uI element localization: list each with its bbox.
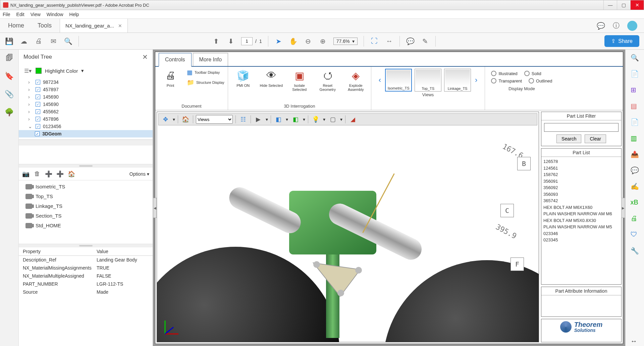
page-current-input[interactable]	[241, 37, 253, 45]
options-dropdown[interactable]: Options ▾	[129, 171, 149, 177]
add-icon[interactable]: ➕	[45, 170, 52, 178]
tree-item-selected[interactable]: ✓3DGeom	[19, 130, 153, 137]
menu-window[interactable]: Window	[47, 12, 63, 17]
sign-icon[interactable]: ✍	[631, 182, 639, 191]
part-item[interactable]: 023345	[543, 237, 619, 243]
export-icon[interactable]: 📤	[631, 150, 639, 159]
part-item[interactable]: 356092	[543, 184, 619, 191]
cloud-icon[interactable]: ☁	[19, 37, 28, 46]
part-item[interactable]: 365742	[543, 197, 619, 204]
camera-add-icon[interactable]: 📷	[22, 170, 30, 178]
dm-transparent[interactable]: Transparent	[491, 78, 522, 83]
panel-resize-grip[interactable]	[19, 164, 153, 168]
tab-controls[interactable]: Controls	[159, 53, 192, 67]
menu-edit[interactable]: Edit	[16, 12, 24, 17]
reset-button[interactable]: ⭯Reset Geometry	[316, 69, 339, 92]
comment-icon[interactable]: 💬	[406, 37, 415, 46]
help-icon[interactable]: ⓘ	[612, 21, 621, 30]
home-icon[interactable]: 🏠	[68, 170, 75, 178]
create-pdf-icon[interactable]: 📄	[631, 118, 639, 127]
dm-illustrated[interactable]: Illustrated	[491, 71, 517, 76]
fit-width-icon[interactable]: ⛶	[370, 37, 379, 46]
part-item[interactable]: HEX BOLT AM M5X0.8X30	[543, 217, 619, 224]
tab-moreinfo[interactable]: More Info	[193, 53, 228, 66]
panel-close-icon[interactable]: ✕	[142, 53, 148, 61]
part-item[interactable]: 356091	[543, 178, 619, 185]
fit-page-icon[interactable]: ↔	[385, 37, 393, 46]
search-icon[interactable]: 🔍	[64, 37, 72, 46]
notifications-icon[interactable]: 💬	[596, 21, 605, 30]
model-tree-list[interactable]: ›✓987234 ›✓457897 ›✓145690 ›✓145690 ›✓45…	[19, 77, 153, 164]
explode-button[interactable]: ◈Explode Assembly	[344, 69, 368, 92]
hand-icon[interactable]: ✋	[289, 37, 298, 46]
organize-icon[interactable]: ▥	[631, 134, 639, 143]
shade-mode-icon[interactable]: ◧	[291, 115, 300, 124]
thumbnails-icon[interactable]: 🗐	[5, 54, 14, 62]
delete-icon[interactable]: 🗑	[34, 170, 41, 178]
home-view-icon[interactable]: 🏠	[181, 115, 190, 124]
minimize-button[interactable]: —	[603, 0, 617, 10]
menu-help[interactable]: Help	[69, 12, 79, 17]
pmi-button[interactable]: 🧊PMI ON	[231, 69, 255, 88]
xls-icon[interactable]: xB	[631, 198, 639, 207]
print-button[interactable]: 🖨Print	[159, 69, 182, 88]
maximize-button[interactable]: ▢	[617, 0, 630, 10]
zoom-tool-icon[interactable]: 🔍	[631, 54, 639, 62]
combine-icon[interactable]: ⊞	[631, 86, 639, 95]
close-button[interactable]: ✕	[630, 0, 644, 10]
structure-display-button[interactable]: 📁Structure Display	[187, 79, 224, 86]
expand-icon[interactable]: ↔	[631, 337, 639, 346]
dm-outlined[interactable]: Outlined	[529, 78, 552, 83]
part-item[interactable]: HEX BOLT AM M6X1X60	[543, 204, 619, 211]
clear-button[interactable]: Clear	[585, 134, 606, 143]
mail-icon[interactable]: ✉	[49, 37, 58, 46]
view-thumb-top[interactable]: Top_TS	[415, 69, 441, 92]
pointer-icon[interactable]: ➤	[274, 37, 283, 46]
horizontal-scrollbar[interactable]	[19, 139, 153, 146]
part-item[interactable]: 356093	[543, 191, 619, 198]
light-icon[interactable]: 💡	[311, 115, 320, 124]
hide-button[interactable]: 👁Hide Selected	[260, 69, 283, 88]
views-dropdown[interactable]: Views	[196, 115, 233, 124]
tree-toggle-icon[interactable]: ☷	[238, 115, 248, 124]
play-icon[interactable]: ▶	[254, 115, 263, 124]
views-next-icon[interactable]: ›	[474, 76, 479, 84]
menu-file[interactable]: File	[3, 12, 10, 17]
bg-color-icon[interactable]: ▢	[328, 115, 337, 124]
part-item[interactable]: PLAIN WASHER NARROW AM M5	[543, 224, 619, 230]
views-list[interactable]: Isometric_TS Top_TS Linkage_TS Section_T…	[19, 180, 153, 244]
menu-view[interactable]: View	[31, 12, 41, 17]
search-button[interactable]: Search	[556, 134, 581, 143]
page-down-icon[interactable]: ⬇	[226, 37, 235, 46]
3d-viewport[interactable]: ✥▾ 🏠 Views ☷ ▶▾ ◧▾ ◧▾ 💡▾	[157, 112, 539, 342]
user-avatar[interactable]	[627, 21, 637, 31]
toolbar-display-button[interactable]: ▦Toolbar Display	[187, 69, 224, 76]
bookmark-icon[interactable]: 🔖	[5, 72, 14, 80]
isolate-button[interactable]: ▣Isolate Selected	[288, 69, 311, 92]
save-icon[interactable]: 💾	[5, 37, 13, 46]
protect-icon[interactable]: 🛡	[631, 231, 639, 239]
zoom-in-icon[interactable]: ⊕	[319, 37, 327, 46]
rotate-icon[interactable]: ✥	[161, 115, 170, 124]
view-thumb-iso[interactable]: Isometric_TS	[385, 69, 412, 92]
print-icon[interactable]: 🖨	[34, 37, 43, 46]
view-thumb-linkage[interactable]: Linkage_TS	[444, 69, 471, 92]
highlight-color-label[interactable]: Highlight Color	[45, 68, 78, 74]
part-item[interactable]: 126578	[543, 158, 619, 165]
views-prev-icon[interactable]: ‹	[377, 76, 382, 84]
dm-solid[interactable]: Solid	[524, 71, 541, 76]
close-tab-icon[interactable]: ✕	[118, 23, 122, 28]
highlight-color-chip[interactable]	[36, 68, 42, 74]
part-filter-input[interactable]	[544, 123, 619, 132]
add2-icon[interactable]: ➕	[56, 170, 64, 178]
export-pdf-icon[interactable]: 📄	[631, 70, 639, 78]
part-item[interactable]: 158762	[543, 171, 619, 178]
part-list[interactable]: 126578 124561 158762 356091 356092 35609…	[541, 157, 621, 284]
zoom-out-icon[interactable]: ⊖	[304, 37, 313, 46]
tree-options-icon[interactable]: ☰▾	[23, 66, 32, 75]
part-item[interactable]: PLAIN WASHER NARROW AM M6	[543, 211, 619, 217]
part-item[interactable]: 023346	[543, 230, 619, 237]
page-up-icon[interactable]: ⬆	[212, 37, 220, 46]
section-icon[interactable]: ◢	[348, 115, 358, 124]
tools-tab[interactable]: Tools	[38, 22, 52, 29]
